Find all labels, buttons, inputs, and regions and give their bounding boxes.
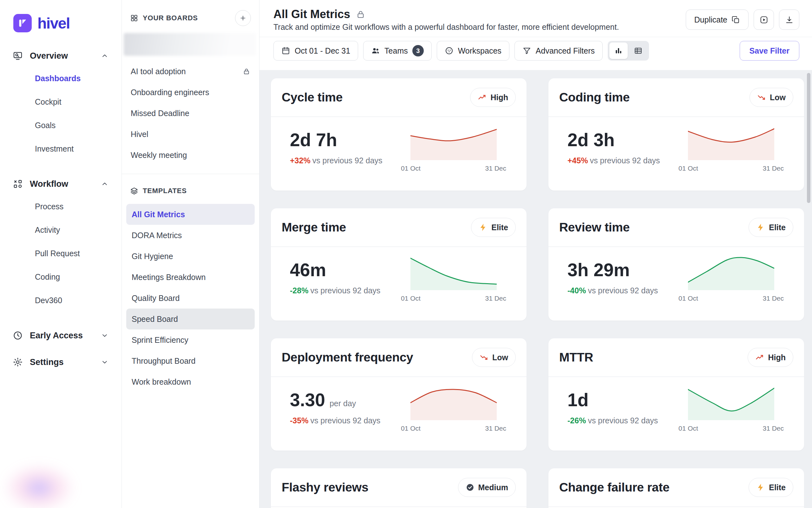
sidebar-group-workflow: WorkflowProcessActivityPull RequestCodin… xyxy=(0,173,121,312)
card-flashy-reviews: Flashy reviews Medium xyxy=(271,468,527,508)
status-badge-label: Elite xyxy=(491,223,508,232)
card-body: 46m -28%vs previous 92 days 01 Oct31 Dec xyxy=(271,247,527,302)
sidebar-item-dev360[interactable]: Dev360 xyxy=(35,289,121,312)
metric-value: 3.30per day xyxy=(290,391,380,409)
sidebar-item-pull-request[interactable]: Pull Request xyxy=(35,242,121,265)
card-header: Flashy reviews Medium xyxy=(271,468,527,507)
metric-unit: per day xyxy=(330,399,356,408)
date-range-button[interactable]: Oct 01 - Dec 31 xyxy=(274,41,358,60)
board-item-weekly-meeting[interactable]: Weekly meeting xyxy=(122,144,259,166)
sidebar-sublist-workflow: ProcessActivityPull RequestCodingDev360 xyxy=(0,195,121,312)
board-item-label: Onboarding engineers xyxy=(131,88,209,97)
sparkline-chart: 01 Oct31 Dec xyxy=(679,385,784,432)
status-badge: Low xyxy=(749,88,793,107)
card-body: 1d -26%vs previous 92 days 01 Oct31 Dec xyxy=(549,377,804,432)
sparkline-svg xyxy=(410,255,497,290)
status-badge-label: Medium xyxy=(478,483,508,492)
duplicate-button[interactable]: Duplicate xyxy=(686,9,748,30)
status-badge: Elite xyxy=(471,218,516,237)
board-item-missed-deadline[interactable]: Missed Deadline xyxy=(122,103,259,124)
lock-icon xyxy=(243,68,250,75)
sidebar-item-dashboards[interactable]: Dashboards xyxy=(35,67,121,90)
x-axis-labels: 01 Oct31 Dec xyxy=(679,165,784,172)
sidebar-item-activity[interactable]: Activity xyxy=(35,218,121,242)
sidebar-group-label: Settings xyxy=(30,357,64,367)
metric-summary: 46m -28%vs previous 92 days xyxy=(290,261,380,302)
card-header: Cycle time High xyxy=(271,78,527,117)
metric-value: 46m xyxy=(290,261,380,279)
board-item-label: Weekly meeting xyxy=(131,151,187,160)
board-item-ai-tool-adoption[interactable]: AI tool adoption xyxy=(122,61,259,82)
template-item-speed-board[interactable]: Speed Board xyxy=(126,308,255,330)
sidebar-item-goals[interactable]: Goals xyxy=(35,114,121,137)
download-button[interactable] xyxy=(779,9,799,30)
board-item-hivel[interactable]: Hivel xyxy=(122,124,259,144)
sparkline-chart: 01 Oct31 Dec xyxy=(401,255,506,302)
template-item-dora-metrics[interactable]: DORA Metrics xyxy=(126,225,255,246)
overview-icon xyxy=(13,51,23,61)
board-item-label: Missed Deadline xyxy=(131,109,189,118)
sidebar-group-toggle-overview[interactable]: Overview xyxy=(0,45,121,67)
sidebar-group-toggle-settings[interactable]: Settings xyxy=(0,351,121,373)
scrollbar-thumb[interactable] xyxy=(807,73,810,203)
teams-button[interactable]: Teams3 xyxy=(363,41,432,60)
bolt-icon xyxy=(756,223,765,232)
card-coding-time: Coding time Low 2d 3h +45%vs previous 92… xyxy=(549,78,804,190)
template-item-throughput-board[interactable]: Throughput Board xyxy=(126,350,255,371)
template-item-sprint-efficiency[interactable]: Sprint Efficiency xyxy=(126,330,255,350)
save-filter-button[interactable]: Save Filter xyxy=(740,41,799,60)
sidebar-group-overview: OverviewDashboardsCockpitGoalsInvestment xyxy=(0,45,121,161)
template-item-git-hygiene[interactable]: Git Hygiene xyxy=(126,246,255,267)
metric-delta: -28%vs previous 92 days xyxy=(290,286,380,295)
card-mttr: MTTR High 1d -26%vs previous 92 days 01 … xyxy=(549,338,804,451)
chart-view-toggle[interactable] xyxy=(609,42,628,59)
filter-label: Teams xyxy=(384,46,408,55)
view-toggle xyxy=(608,41,649,60)
card-body: 2d 3h +45%vs previous 92 days 01 Oct31 D… xyxy=(549,117,804,172)
template-item-quality-board[interactable]: Quality Board xyxy=(126,288,255,308)
template-item-all-git-metrics[interactable]: All Git Metrics xyxy=(126,204,255,225)
metric-summary: 1d -26%vs previous 92 days xyxy=(567,391,658,432)
sidebar-item-process[interactable]: Process xyxy=(35,195,121,218)
board-item-label: Hivel xyxy=(131,130,149,139)
lock-icon xyxy=(356,9,365,19)
sidebar-item-coding[interactable]: Coding xyxy=(35,265,121,289)
trend-down-icon xyxy=(757,93,766,102)
workspaces-button[interactable]: Workspaces xyxy=(437,41,510,60)
decorative-gradient xyxy=(0,448,98,508)
sidebar-item-investment[interactable]: Investment xyxy=(35,137,121,161)
template-item-work-breakdown[interactable]: Work breakdown xyxy=(126,371,255,392)
board-item-blurred[interactable] xyxy=(124,33,256,56)
metric-delta: -26%vs previous 92 days xyxy=(567,416,658,425)
x-axis-start-label: 01 Oct xyxy=(679,295,698,302)
card-title: Review time xyxy=(559,220,630,234)
templates-icon xyxy=(130,187,138,195)
template-item-meetings-breakdown[interactable]: Meetings Breakdown xyxy=(126,267,255,288)
filter-label: Workspaces xyxy=(458,46,501,55)
plus-icon xyxy=(239,14,247,22)
brand-logo[interactable]: hivel xyxy=(0,14,121,32)
sidebar-group-toggle-workflow[interactable]: Workflow xyxy=(0,173,121,195)
play-button[interactable] xyxy=(754,9,774,30)
card-header: Review time Elite xyxy=(549,208,804,247)
status-badge: High xyxy=(747,348,793,367)
page-header: All Git Metrics Track and optimize Git w… xyxy=(259,0,812,37)
x-axis-end-label: 31 Dec xyxy=(763,425,784,432)
sidebar-group-label: Overview xyxy=(30,51,68,61)
x-axis-end-label: 31 Dec xyxy=(763,295,784,302)
table-icon xyxy=(634,46,643,55)
check-circle-icon xyxy=(465,483,475,492)
panel-divider xyxy=(122,174,259,174)
advanced-filters-button[interactable]: Advanced Filters xyxy=(515,41,603,60)
status-badge: Medium xyxy=(458,478,516,497)
sidebar-item-cockpit[interactable]: Cockpit xyxy=(35,90,121,114)
x-axis-start-label: 01 Oct xyxy=(401,295,420,302)
settings-icon xyxy=(13,357,23,367)
sidebar-group-early-access: Early Access xyxy=(0,325,121,346)
table-view-toggle[interactable] xyxy=(629,42,647,59)
metric-value: 2d 3h xyxy=(567,131,660,149)
add-board-button[interactable] xyxy=(235,10,251,26)
board-item-onboarding-engineers[interactable]: Onboarding engineers xyxy=(122,82,259,103)
sidebar-group-toggle-early-access[interactable]: Early Access xyxy=(0,325,121,346)
card-header: Change failure rate Elite xyxy=(549,468,804,507)
